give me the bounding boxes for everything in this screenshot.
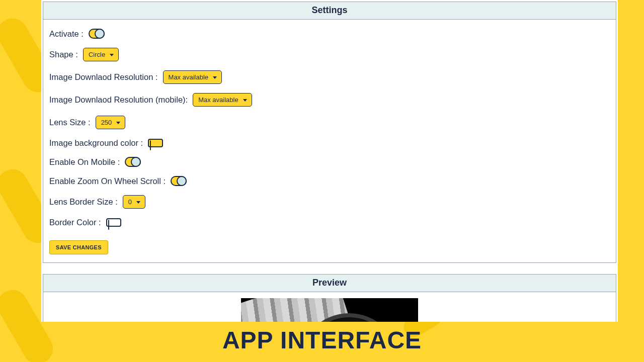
download-resolution-mobile-dropdown[interactable]: Max available	[193, 93, 252, 107]
save-changes-button[interactable]: SAVE CHANGES	[49, 240, 108, 254]
bg-color-picker[interactable]	[148, 139, 163, 147]
shape-dropdown[interactable]: Circle	[83, 48, 119, 61]
border-color-label: Border Color :	[49, 218, 101, 227]
preview-panel-title: Preview	[43, 275, 616, 292]
enable-wheel-label: Enable Zoom On Wheel Scroll :	[49, 176, 166, 186]
preview-image[interactable]	[241, 298, 418, 322]
download-resolution-mobile-label: Image Downlaod Resolution (mobile):	[49, 95, 188, 105]
bg-color-label: Image background color :	[49, 138, 143, 148]
enable-mobile-toggle[interactable]	[125, 157, 141, 167]
enable-mobile-label: Enable On Mobile :	[49, 157, 120, 167]
border-color-swatch-inner	[108, 220, 109, 230]
shape-label: Shape :	[49, 50, 78, 59]
download-resolution-dropdown[interactable]: Max available	[163, 70, 222, 84]
settings-panel: Settings Activate : Shape : Circle Image…	[43, 2, 616, 263]
enable-mobile-row: Enable On Mobile :	[49, 157, 610, 167]
bg-color-swatch-inner	[150, 140, 151, 150]
lens-size-dropdown[interactable]: 250	[96, 116, 126, 129]
lens-size-label: Lens Size :	[49, 118, 91, 127]
lens-size-row: Lens Size : 250	[49, 116, 610, 129]
shape-row: Shape : Circle	[49, 48, 610, 61]
toggle-knob-icon	[95, 29, 105, 39]
lens-border-row: Lens Border Size : 0	[49, 195, 610, 209]
toggle-knob-icon	[177, 176, 187, 186]
download-resolution-mobile-row: Image Downlaod Resolution (mobile): Max …	[49, 93, 610, 107]
enable-wheel-toggle[interactable]	[171, 176, 187, 186]
border-color-row: Border Color :	[49, 218, 610, 227]
settings-panel-title: Settings	[43, 2, 616, 20]
footer-title: APP INTERFACE	[0, 326, 644, 354]
lens-border-dropdown[interactable]: 0	[123, 195, 145, 209]
download-resolution-label: Image Downlaod Resolution :	[49, 72, 158, 82]
download-resolution-row: Image Downlaod Resolution : Max availabl…	[49, 70, 610, 84]
preview-panel: Preview	[43, 274, 616, 322]
enable-wheel-row: Enable Zoom On Wheel Scroll :	[49, 176, 610, 186]
border-color-picker[interactable]	[106, 218, 121, 227]
app-content: Settings Activate : Shape : Circle Image…	[41, 0, 618, 322]
bg-color-row: Image background color :	[49, 138, 610, 148]
activate-row: Activate :	[49, 29, 610, 39]
activate-toggle[interactable]	[89, 29, 105, 39]
lens-border-label: Lens Border Size :	[49, 197, 118, 207]
activate-label: Activate :	[49, 29, 84, 39]
toggle-knob-icon	[131, 157, 141, 167]
